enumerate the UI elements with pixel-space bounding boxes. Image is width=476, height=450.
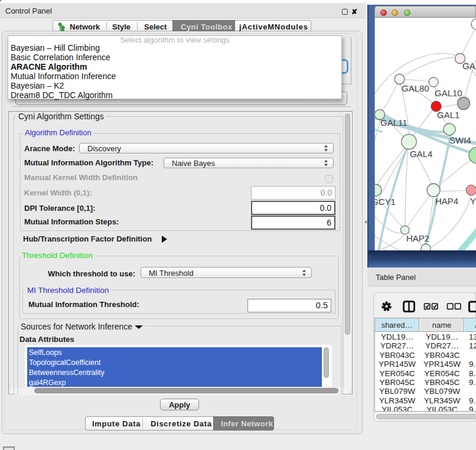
svg-text:GAL11: GAL11 xyxy=(380,118,407,128)
svg-text:GAL80: GAL80 xyxy=(402,83,429,93)
svg-text:GAL1: GAL1 xyxy=(437,110,459,120)
svg-text:GAL10: GAL10 xyxy=(435,88,462,98)
svg-text:GAL4: GAL4 xyxy=(410,149,432,159)
svg-text:GAL7: GAL7 xyxy=(462,61,476,71)
svg-text:GCY1: GCY1 xyxy=(375,197,396,207)
svg-text:SWI4: SWI4 xyxy=(449,135,471,145)
svg-text:HAP2: HAP2 xyxy=(406,233,429,243)
svg-text:YE: YE xyxy=(470,196,476,206)
svg-text:HAP4: HAP4 xyxy=(435,196,458,206)
